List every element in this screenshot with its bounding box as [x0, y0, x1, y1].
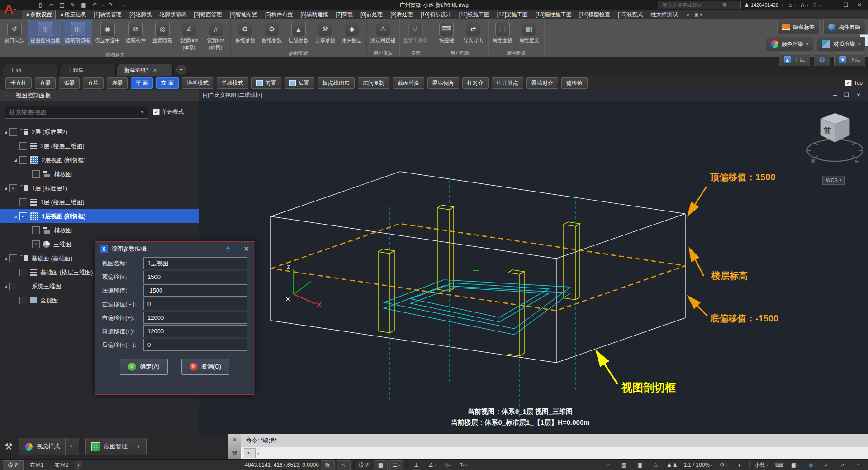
clean-screen-icon[interactable]: ↗: [835, 460, 849, 470]
shared-params-button[interactable]: ⚒共享参数: [312, 20, 338, 45]
otrack-toggle[interactable]: ↻▾: [457, 460, 471, 470]
plot-button[interactable]: ✎: [68, 1, 78, 9]
tree-checkbox[interactable]: [19, 198, 27, 206]
app-logo[interactable]: A ▾: [1, 0, 19, 18]
single-line-mode-button[interactable]: 单线模式: [217, 77, 248, 89]
lineweight-toggle[interactable]: ≡: [601, 460, 615, 470]
drawing-viewport[interactable]: [-][自定义视图][二维线框] ─ ❐ ✕: [199, 90, 868, 434]
reset-toolbar-button[interactable]: ↺重置工具条: [401, 20, 430, 45]
close-tab-icon[interactable]: ✕: [153, 67, 157, 73]
caret-down-icon[interactable]: ▾: [257, 451, 259, 456]
redo-button[interactable]: ↷: [106, 1, 116, 9]
tree-checkbox[interactable]: [19, 142, 27, 150]
ribbon-tab-floor-info[interactable]: ★楼层信息: [56, 10, 90, 19]
user-layers-button[interactable]: ◆用户图层: [339, 20, 365, 45]
dialog-title-bar[interactable]: X 视图参数编辑 ? ✕: [95, 242, 254, 256]
tree-checkbox[interactable]: [32, 240, 40, 248]
ribbon-tab-axis[interactable]: [1]轴线管理: [90, 10, 125, 19]
grid-toggle[interactable]: ▦: [374, 460, 388, 470]
view-parameter-dialog[interactable]: X 视图参数编辑 ? ✕ 视图名称: 顶偏移值: 底偏移值: 左偏移值( - )…: [95, 241, 254, 395]
ribbon-tab-outline[interactable]: [2]轮廓线: [126, 10, 155, 19]
command-line-dock[interactable]: ✕ ⚒ 命令: *取消* >_ ▾: [228, 434, 868, 459]
file-tab-project-set[interactable]: 工程集: [60, 64, 116, 76]
property-define-button[interactable]: ▥属性定义: [516, 20, 542, 45]
isolate-objects-button[interactable]: ▣: [633, 460, 647, 470]
tree-item-floor1-3d[interactable]: 1层 (楼层三维图): [0, 195, 199, 209]
units-precision-dropdown[interactable]: 小数▾: [752, 460, 770, 470]
layer-settings-button[interactable]: ⚙: [814, 53, 830, 66]
beam-wall-align-button[interactable]: 梁墙对齐: [526, 77, 558, 89]
color-render-dropdown[interactable]: 颜色渲染▾: [766, 37, 814, 51]
import-export-button[interactable]: ⇄导入导出: [460, 20, 486, 45]
tree-checkbox[interactable]: [19, 297, 27, 304]
ribbon-tab-overflow-button[interactable]: »: [684, 12, 692, 17]
tree-item-floor1-view-selected[interactable]: ◢1层视图 (剖切框): [0, 209, 199, 223]
plan-view-button[interactable]: 平 面: [131, 77, 153, 89]
file-tab-start[interactable]: 开始: [3, 64, 59, 76]
account-button[interactable]: ♟ 1426401428 ▾: [745, 2, 785, 8]
expander-icon[interactable]: ◢: [3, 256, 9, 260]
app-store-button[interactable]: ⌂▾: [788, 2, 797, 8]
qat-customize-icon[interactable]: ▾: [122, 3, 127, 7]
bottom-offset-input[interactable]: [143, 284, 247, 297]
offset-value-button[interactable]: 偏移值: [561, 77, 588, 89]
tree-item-floor2-3d[interactable]: 2层 (楼层三维图): [0, 139, 199, 153]
minimize-button[interactable]: ─: [825, 0, 839, 10]
customization-menu-icon[interactable]: ≡: [851, 460, 865, 470]
back-offset-input[interactable]: [143, 339, 247, 351]
caret-down-icon[interactable]: ▼: [140, 110, 144, 115]
vertical-column-button[interactable]: 垂直柱: [5, 77, 32, 89]
expander-icon[interactable]: ◢: [3, 284, 9, 288]
ribbon-tab-component-layout[interactable]: [5]构件布置: [261, 10, 296, 19]
autodesk-360-button[interactable]: A▾: [801, 2, 810, 8]
tree-checkbox[interactable]: [19, 212, 27, 220]
ortho-toggle[interactable]: ⊥: [409, 460, 423, 470]
new-layout-button[interactable]: ＋: [75, 461, 82, 469]
tree-checkbox[interactable]: [9, 283, 17, 290]
arc-beam-button[interactable]: 弧梁: [59, 77, 80, 89]
help-icon[interactable]: ?: [226, 245, 230, 253]
expander-icon[interactable]: ◢: [13, 158, 19, 162]
view-control-panel-button[interactable]: ⊞视图控制面板: [28, 20, 62, 45]
new-tab-button[interactable]: ＋: [176, 65, 186, 74]
ribbon-tab-section[interactable]: [3]截面管理: [190, 10, 225, 19]
lower-layer-button[interactable]: ▼下层: [834, 53, 865, 66]
level-params-button[interactable]: ▲层级参数: [285, 20, 312, 45]
annotation-scale-icons[interactable]: ♟♟: [664, 460, 680, 470]
top-view-checkbox[interactable]: ✓Top: [845, 80, 863, 86]
board-mode-button[interactable]: 板: [321, 460, 335, 470]
hide-cutbox-button[interactable]: ◫隐藏剖切框: [63, 20, 92, 45]
ribbon-tab-smart-layout[interactable]: [4]智能布置: [226, 10, 261, 19]
polar-toggle[interactable]: ∠▾: [425, 460, 439, 470]
ribbon-tab-outline-edit[interactable]: 轮廓线编辑: [156, 10, 190, 19]
tree-checkbox[interactable]: [9, 254, 17, 262]
visual-style-button[interactable]: 视觉样式 ▼: [19, 438, 79, 455]
ribbon-tab-load[interactable]: [7]荷载: [332, 10, 356, 19]
property-panel-button[interactable]: ▤属性面板: [489, 20, 516, 45]
tree-item-template-2[interactable]: 模板图: [0, 167, 199, 181]
search-icon[interactable]: 🔍︎: [721, 2, 726, 8]
straight-beam-button[interactable]: 直梁: [35, 77, 56, 89]
hide-components-button[interactable]: ⊘隐藏构件: [123, 20, 149, 45]
caret-down-icon[interactable]: ▼: [133, 438, 141, 455]
model-canvas[interactable]: [199, 90, 868, 434]
panel-header[interactable]: ⋮⋮ 视图控制面板: [0, 90, 199, 101]
wcs-dropdown[interactable]: WCS▾: [822, 176, 845, 185]
ribbon-tab-postprocess[interactable]: [9]后处理: [387, 10, 416, 19]
tree-checkbox[interactable]: [19, 156, 27, 164]
ribbon-tab-model-check[interactable]: [14]模型检查: [576, 10, 614, 19]
system-params-button[interactable]: ⚙系统参数: [232, 20, 258, 45]
redo-caret-icon[interactable]: ▾: [117, 3, 121, 7]
caret-down-icon[interactable]: ▼: [65, 438, 73, 455]
ribbon-display-options-icon[interactable]: ▣ ▾: [693, 12, 704, 17]
column-align-button[interactable]: 柱对齐: [462, 77, 489, 89]
cursor-icon[interactable]: ↖: [337, 460, 351, 470]
floor-view-search-combo[interactable]: ▼: [5, 106, 148, 119]
hide-tags-button[interactable]: 隐藏标签: [777, 20, 820, 34]
send-back-button[interactable]: 后置: [285, 77, 314, 89]
column-calc-point-button[interactable]: 柱计算点: [492, 77, 523, 89]
set-ucs-grid-button[interactable]: #设置ucs(轴网): [203, 20, 229, 52]
component-visibility-button[interactable]: 构件显隐: [823, 20, 865, 34]
ok-button[interactable]: ✓确定(A): [120, 359, 168, 375]
floor-search-input[interactable]: [9, 108, 140, 116]
